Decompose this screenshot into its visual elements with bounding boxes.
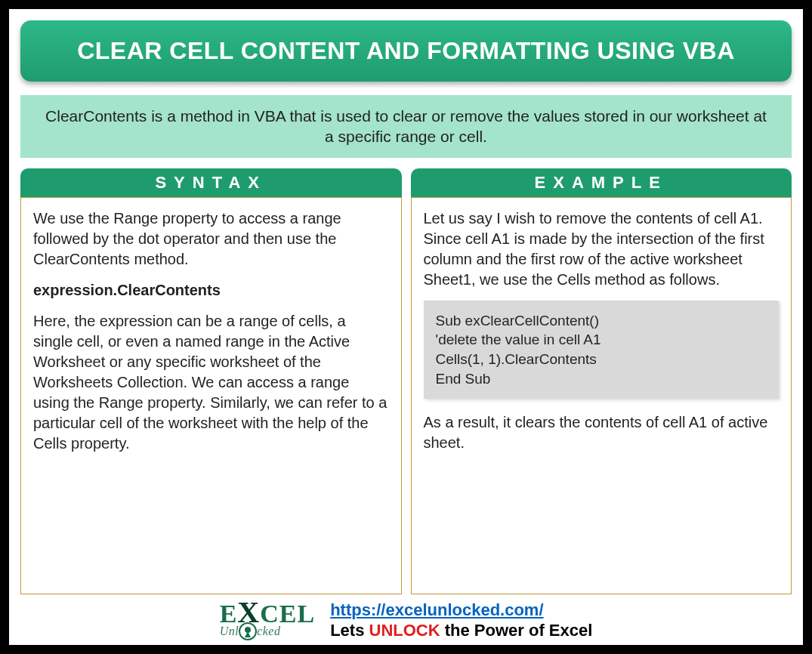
syntax-header: SYNTAX [20,168,402,197]
syntax-explanation: Here, the expression can be a range of c… [33,311,389,454]
footer-text: https://excelunlocked.com/ Lets UNLOCK t… [330,600,592,641]
keyhole-icon [239,622,257,640]
description-box: ClearContents is a method in VBA that is… [20,95,792,158]
example-header: EXAMPLE [411,168,792,197]
logo-text-top: EXCEL [220,599,316,626]
two-column-layout: SYNTAX We use the Range property to acce… [20,168,792,594]
footer: EXCEL Unlcked https://excelunlocked.com/… [20,594,792,641]
footer-link[interactable]: https://excelunlocked.com/ [330,600,543,619]
example-body: Let us say I wish to remove the contents… [411,197,792,594]
syntax-body: We use the Range property to access a ra… [20,197,402,594]
footer-tagline: Lets UNLOCK the Power of Excel [330,621,592,640]
example-intro: Let us say I wish to remove the contents… [424,208,780,290]
page-title: CLEAR CELL CONTENT AND FORMATTING USING … [20,20,792,82]
code-block: Sub exClearCellContent() 'delete the val… [424,301,780,399]
syntax-column: SYNTAX We use the Range property to acce… [20,168,402,594]
syntax-expression: expression.ClearContents [33,280,389,301]
syntax-intro: We use the Range property to access a ra… [33,208,389,270]
example-result: As a result, it clears the contents of c… [424,412,780,453]
example-column: EXAMPLE Let us say I wish to remove the … [411,168,792,594]
logo: EXCEL Unlcked [220,599,316,641]
